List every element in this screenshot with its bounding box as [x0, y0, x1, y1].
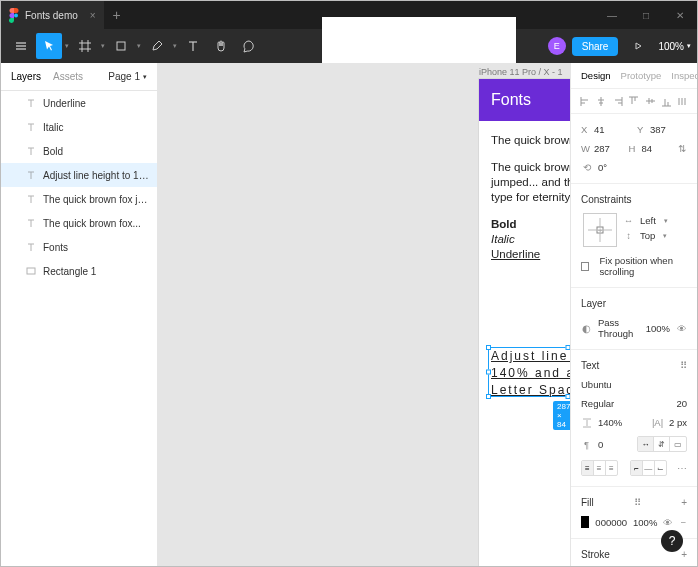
distribute-button[interactable]	[675, 93, 691, 109]
layers-tab[interactable]: Layers	[11, 71, 41, 82]
visibility-icon[interactable]: 👁	[676, 323, 687, 334]
w-input[interactable]: 287	[594, 143, 610, 154]
canvas-frame[interactable]: Fonts The quick brown fox... The quick b…	[479, 79, 570, 566]
font-size-input[interactable]: 20	[676, 398, 687, 409]
layer-item[interactable]: The quick brown fox...	[1, 211, 157, 235]
align-top-button[interactable]	[626, 93, 642, 109]
auto-height-icon[interactable]: ⇵	[654, 437, 670, 451]
auto-width-icon[interactable]: ↔	[638, 437, 654, 451]
text-italic[interactable]: Italic	[491, 232, 570, 247]
pen-tool[interactable]	[144, 33, 170, 59]
text-resize-segment[interactable]: ↔⇵▭	[637, 436, 687, 452]
remove-fill-button[interactable]: −	[679, 517, 687, 528]
y-input[interactable]: 387	[650, 124, 666, 135]
letter-spacing-input[interactable]: 2 px	[669, 417, 687, 428]
frame-header-text[interactable]: Fonts	[491, 91, 531, 109]
layer-item[interactable]: Rectangle 1	[1, 259, 157, 283]
fill-opacity-input[interactable]: 100%	[633, 517, 657, 528]
text-styles-icon[interactable]: ⠿	[680, 360, 687, 371]
move-tool-chevron-icon[interactable]: ▾	[63, 42, 71, 50]
help-fab[interactable]: ?	[661, 530, 683, 552]
text-tool[interactable]	[180, 33, 206, 59]
paragraph-spacing-input[interactable]: 0	[598, 439, 631, 450]
layer-item[interactable]: Italic	[1, 115, 157, 139]
align-hcenter-button[interactable]	[593, 93, 609, 109]
fill-style-icon[interactable]: ⠿	[634, 497, 641, 508]
canvas[interactable]: iPhone 11 Pro / X - 1 Fonts The quick br…	[158, 63, 570, 566]
menu-button[interactable]	[8, 33, 34, 59]
valign-top-icon[interactable]: ⌐	[631, 461, 643, 475]
assets-tab[interactable]: Assets	[53, 71, 83, 82]
layer-item[interactable]: Bold	[1, 139, 157, 163]
inspect-tab[interactable]: Inspect	[671, 70, 697, 81]
handle-n[interactable]	[566, 345, 571, 350]
align-left-icon[interactable]: ≡	[582, 461, 594, 475]
align-right-icon[interactable]: ≡	[606, 461, 617, 475]
pen-tool-chevron-icon[interactable]: ▾	[171, 42, 179, 50]
share-button[interactable]: Share	[572, 37, 619, 56]
fill-visibility-icon[interactable]: 👁	[663, 517, 673, 528]
text-valign-segment[interactable]: ⌐―⌙	[630, 460, 667, 476]
present-button[interactable]	[625, 33, 651, 59]
fill-swatch[interactable]	[581, 516, 589, 528]
text-bold[interactable]: Bold	[491, 217, 570, 232]
text-underline[interactable]: Underline	[491, 247, 570, 262]
align-vcenter-button[interactable]	[642, 93, 658, 109]
layer-item[interactable]: Adjust line height to 140% an...	[1, 163, 157, 187]
align-right-button[interactable]	[610, 93, 626, 109]
frame-tool[interactable]	[72, 33, 98, 59]
zoom-dropdown[interactable]: 100%▾	[658, 41, 691, 52]
add-fill-button[interactable]: +	[681, 497, 687, 508]
handle-nw[interactable]	[486, 345, 491, 350]
canvas-frame-label[interactable]: iPhone 11 Pro / X - 1	[479, 67, 563, 77]
layer-item[interactable]: Fonts	[1, 235, 157, 259]
text-block-2[interactable]: The quick brown fox jumped... and then w…	[491, 160, 570, 205]
fill-hex-input[interactable]: 000000	[595, 517, 627, 528]
v-constraint-select[interactable]: Top	[640, 230, 655, 241]
handle-sw[interactable]	[486, 394, 491, 399]
window-close-button[interactable]: ✕	[663, 1, 697, 29]
design-tab[interactable]: Design	[581, 70, 611, 81]
page-dropdown[interactable]: Page 1 ▾	[108, 71, 147, 82]
file-tab[interactable]: Fonts demo ×	[1, 1, 104, 29]
align-center-icon[interactable]: ≡	[594, 461, 606, 475]
comment-tool[interactable]	[236, 33, 262, 59]
rotation-input[interactable]: 0°	[598, 162, 607, 173]
shape-tool[interactable]	[108, 33, 134, 59]
constrain-icon[interactable]: ⇅	[676, 143, 687, 154]
hand-tool[interactable]	[208, 33, 234, 59]
valign-middle-icon[interactable]: ―	[643, 461, 655, 475]
handle-s[interactable]	[566, 394, 571, 399]
layer-item[interactable]: The quick brown fox jumped......	[1, 187, 157, 211]
constraints-widget[interactable]: +	[583, 213, 617, 247]
frame-tool-chevron-icon[interactable]: ▾	[99, 42, 107, 50]
avatar[interactable]: E	[548, 37, 566, 55]
line-height-input[interactable]: 140%	[598, 417, 646, 428]
window-minimize-button[interactable]: —	[595, 1, 629, 29]
close-tab-icon[interactable]: ×	[90, 10, 96, 21]
layer-opacity-input[interactable]: 100%	[646, 323, 670, 334]
valign-bottom-icon[interactable]: ⌙	[655, 461, 666, 475]
shape-tool-chevron-icon[interactable]: ▾	[135, 42, 143, 50]
move-tool[interactable]	[36, 33, 62, 59]
text-options-button[interactable]: ⋯	[677, 463, 687, 474]
add-stroke-button[interactable]: +	[681, 549, 687, 560]
font-family-select[interactable]: Ubuntu	[581, 379, 612, 390]
h-constraint-select[interactable]: Left	[640, 215, 656, 226]
font-weight-select[interactable]: Regular	[581, 398, 670, 409]
selection-box[interactable]: Adjust line height to 140% and add 2 px …	[488, 347, 570, 397]
new-tab-button[interactable]: +	[104, 7, 130, 23]
align-left-button[interactable]	[577, 93, 593, 109]
text-align-segment[interactable]: ≡≡≡	[581, 460, 618, 476]
selected-text-layer[interactable]: Adjust line height to 140% and add 2 px …	[489, 348, 570, 398]
align-bottom-button[interactable]	[658, 93, 674, 109]
fix-position-checkbox[interactable]	[581, 262, 589, 271]
window-maximize-button[interactable]: □	[629, 1, 663, 29]
handle-w[interactable]	[486, 370, 491, 375]
text-block-1[interactable]: The quick brown fox...	[491, 133, 570, 148]
layer-item[interactable]: Underline	[1, 91, 157, 115]
blend-mode-select[interactable]: Pass Through	[598, 317, 640, 339]
fixed-size-icon[interactable]: ▭	[670, 437, 686, 451]
x-input[interactable]: 41	[594, 124, 605, 135]
prototype-tab[interactable]: Prototype	[621, 70, 662, 81]
